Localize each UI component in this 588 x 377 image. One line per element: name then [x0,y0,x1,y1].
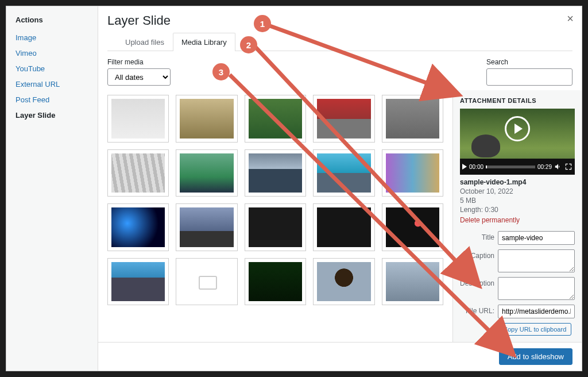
modal-title: Layer Slide [107,13,572,28]
media-thumb[interactable] [176,149,237,197]
media-thumb[interactable] [382,95,443,143]
sidebar-item-youtube[interactable]: YouTube [16,61,88,76]
media-thumb[interactable] [382,258,443,306]
sidebar-heading: Actions [16,16,88,24]
video-play-icon[interactable] [462,164,467,170]
details-heading: ATTACHMENT DETAILS [460,97,575,104]
sidebar-item-layer-slide[interactable]: Layer Slide [16,107,88,123]
volume-icon[interactable] [554,163,562,171]
media-grid-scroll[interactable] [98,90,452,342]
video-preview[interactable]: 00:00 00:29 [460,109,575,175]
media-thumb[interactable] [313,95,374,143]
video-time-current: 00:00 [469,164,483,170]
media-thumb[interactable] [313,203,374,251]
add-to-slideshow-button[interactable]: Add to slideshow [499,348,572,365]
delete-link[interactable]: Delete permanently [460,216,520,224]
video-progress[interactable] [486,166,535,168]
filter-group: Filter media All dates [107,58,171,86]
media-thumb[interactable] [176,95,237,143]
media-thumb[interactable] [245,258,306,306]
close-icon[interactable]: × [567,12,574,25]
description-label: Description [460,277,494,287]
search-label: Search [486,58,572,66]
media-thumb[interactable] [107,258,169,306]
filter-label: Filter media [107,58,171,66]
media-thumb[interactable] [107,203,169,251]
url-label: File URL: [460,305,494,315]
search-group: Search [486,58,572,86]
description-textarea[interactable] [498,277,575,300]
file-length: Length: 0:30 [460,206,575,214]
media-thumb[interactable] [176,258,237,306]
media-thumb[interactable] [382,149,443,197]
main-panel: × Layer Slide Upload files Media Library… [98,6,582,371]
caption-label: Caption [460,249,494,260]
file-size: 5 MB [460,197,575,205]
title-label: Title [460,231,494,241]
toolbar: Filter media All dates Search [98,51,582,90]
video-time-total: 00:29 [537,164,552,170]
play-icon[interactable] [505,116,530,141]
file-name: sample-video-1.mp4 [460,178,575,186]
media-thumb[interactable] [313,258,374,306]
media-thumb[interactable] [245,203,306,251]
content-wrap: ATTACHMENT DETAILS 00:00 00:29 sample-vi… [98,90,582,342]
modal-footer: Add to slideshow [98,342,582,371]
filter-select[interactable]: All dates [107,68,171,86]
sidebar-item-external-url[interactable]: External URL [16,76,88,92]
media-modal: Actions Image Vimeo YouTube External URL… [6,6,582,371]
copy-url-button[interactable]: Copy URL to clipboard [498,323,571,336]
media-thumb[interactable] [313,149,374,197]
search-input[interactable] [486,68,572,86]
fullscreen-icon[interactable] [564,163,572,171]
sidebar-item-image[interactable]: Image [16,30,88,45]
media-thumb[interactable] [107,149,169,197]
meta-info: sample-video-1.mp4 October 10, 2022 5 MB… [460,178,575,224]
media-thumb[interactable] [107,95,169,143]
sidebar-item-post-feed[interactable]: Post Feed [16,92,88,107]
media-grid [107,95,443,305]
modal-header: Layer Slide Upload files Media Library [98,6,582,51]
attachment-details: ATTACHMENT DETAILS 00:00 00:29 sample-vi… [452,90,582,342]
media-thumb[interactable] [176,203,237,251]
media-thumb[interactable] [245,95,306,143]
actions-sidebar: Actions Image Vimeo YouTube External URL… [6,6,98,371]
media-thumb[interactable] [245,149,306,197]
sidebar-item-vimeo[interactable]: Vimeo [16,45,88,61]
caption-textarea[interactable] [498,249,575,272]
tab-upload-files[interactable]: Upload files [117,33,173,51]
tab-media-library[interactable]: Media Library [173,33,235,51]
file-date: October 10, 2022 [460,187,575,195]
url-input[interactable] [498,305,575,318]
title-input[interactable] [498,231,575,245]
media-thumb[interactable] [382,203,443,251]
video-controls: 00:00 00:29 [460,159,575,175]
tabs: Upload files Media Library [107,33,572,51]
details-form: Title Caption Description File URL: [460,231,575,336]
video-still [471,134,500,157]
